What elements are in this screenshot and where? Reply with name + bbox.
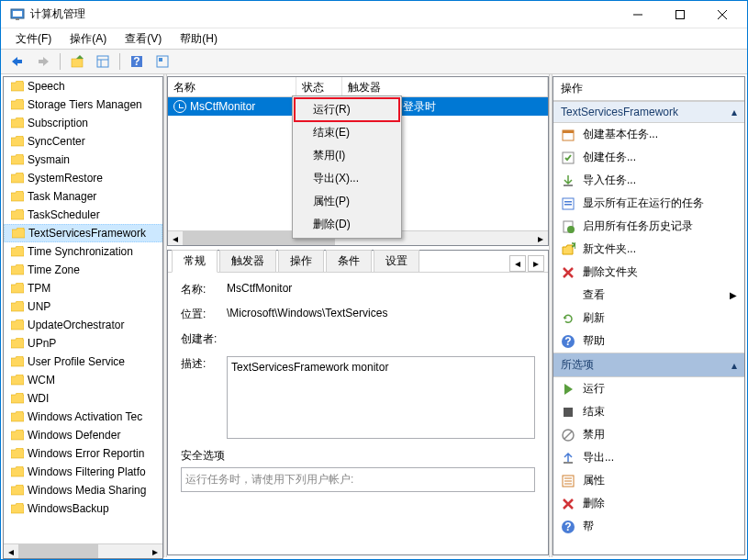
tree-item[interactable]: Storage Tiers Managen (4, 95, 162, 114)
minimize-button[interactable] (617, 1, 659, 28)
window-title: 计算机管理 (30, 6, 617, 22)
col-status[interactable]: 状态 (296, 77, 342, 96)
action-item[interactable]: 删除 (553, 492, 744, 515)
tree-item[interactable]: UpdateOrchestrator (4, 316, 162, 334)
task-icon (173, 100, 186, 113)
menu-help[interactable]: 帮助(H) (173, 29, 225, 49)
tree-item[interactable]: UNP (4, 297, 162, 316)
tree-item[interactable]: Windows Media Sharing (4, 481, 162, 499)
forward-button[interactable] (32, 51, 54, 72)
action-item[interactable]: 运行 (553, 377, 744, 400)
action-label: 查看 (583, 287, 605, 303)
action-label: 启用所有任务历史记录 (583, 218, 693, 234)
action-item[interactable]: 启用所有任务历史记录 (553, 215, 744, 238)
context-menu-item[interactable]: 导出(X)... (295, 167, 399, 190)
tree-hscroll[interactable]: ◂▸ (4, 543, 162, 558)
tree-item[interactable]: Windows Error Reportin (4, 444, 162, 463)
properties-button[interactable] (151, 51, 173, 72)
tree-item[interactable]: Time Synchronization (4, 242, 162, 261)
actions-band-context[interactable]: TextServicesFramework▴ (553, 101, 744, 123)
tree-item[interactable]: WCM (4, 371, 162, 389)
context-menu-item[interactable]: 删除(D) (295, 213, 399, 236)
action-label: 删除 (583, 496, 605, 511)
tree-item[interactable]: Time Zone (4, 261, 162, 279)
context-menu-item[interactable]: 运行(R) (295, 98, 399, 121)
context-menu-item[interactable]: 属性(P) (295, 190, 399, 213)
view-button[interactable] (92, 51, 114, 72)
action-item[interactable]: 导出... (553, 446, 744, 469)
action-item[interactable]: 属性 (553, 469, 744, 492)
tree-item[interactable]: WindowsBackup (4, 499, 162, 518)
col-trigger[interactable]: 触发器 (342, 77, 548, 96)
svg-rect-29 (564, 408, 573, 417)
action-item[interactable]: 结束 (553, 400, 744, 423)
tree-item-label: Task Manager (28, 190, 96, 203)
menu-file[interactable]: 文件(F) (8, 29, 59, 49)
label-name: 名称: (181, 282, 227, 297)
tab-nav-right[interactable]: ▸ (528, 255, 544, 272)
tree-item[interactable]: Windows Activation Tec (4, 408, 162, 426)
col-name[interactable]: 名称 (168, 77, 296, 96)
tree-item-label: Sysmain (28, 153, 70, 166)
svg-rect-4 (676, 10, 685, 18)
tree-item[interactable]: Windows Defender (4, 426, 162, 444)
action-item[interactable]: 创建基本任务... (553, 123, 744, 146)
action-label: 删除文件夹 (583, 264, 638, 280)
chevron-right-icon: ▶ (730, 290, 737, 300)
action-item[interactable]: 删除文件夹 (553, 261, 744, 284)
action-item[interactable]: ✱新文件夹... (553, 238, 744, 261)
svg-text:?: ? (564, 335, 571, 348)
tree-item-label: Windows Error Reportin (28, 447, 144, 460)
tree-item[interactable]: WDI (4, 389, 162, 408)
tree-item[interactable]: Windows Filtering Platfo (4, 463, 162, 481)
tree-item[interactable]: User Profile Service (4, 353, 162, 371)
tree-item[interactable]: Subscription (4, 114, 162, 132)
context-menu-item[interactable]: 结束(E) (295, 121, 399, 144)
tab-general[interactable]: 常规 (172, 250, 218, 273)
tree-item-label: Windows Filtering Platfo (28, 465, 146, 478)
tree-item[interactable]: Task Manager (4, 187, 162, 206)
tree-item[interactable]: SystemRestore (4, 169, 162, 187)
context-menu-item[interactable]: 禁用(I) (295, 144, 399, 167)
action-item[interactable]: ?帮助 (553, 330, 744, 353)
svg-rect-9 (72, 59, 83, 67)
delete-icon (561, 497, 575, 511)
menu-action[interactable]: 操作(A) (62, 29, 114, 49)
maximize-button[interactable] (659, 1, 701, 28)
close-button[interactable] (701, 1, 743, 28)
action-item[interactable]: 查看▶ (553, 284, 744, 307)
tab-actions[interactable]: 操作 (278, 250, 324, 272)
action-item[interactable]: 刷新 (553, 307, 744, 330)
tree-item[interactable]: TextServicesFramework (4, 224, 162, 242)
back-button[interactable] (6, 51, 28, 72)
stop-icon (561, 405, 575, 420)
tree-item[interactable]: Speech (4, 77, 162, 95)
tree-item[interactable]: SyncCenter (4, 132, 162, 151)
action-item[interactable]: 禁用 (553, 423, 744, 446)
value-description[interactable]: TextServicesFramework monitor (227, 356, 535, 439)
tree-item[interactable]: UPnP (4, 334, 162, 353)
action-item[interactable]: ?帮 (553, 515, 744, 538)
tree-item[interactable]: Sysmain (4, 151, 162, 169)
up-button[interactable] (66, 51, 88, 72)
tab-triggers[interactable]: 触发器 (219, 250, 276, 272)
tree-item[interactable]: TPM (4, 279, 162, 297)
export-icon (561, 451, 575, 465)
menu-view[interactable]: 查看(V) (117, 29, 169, 49)
tab-settings[interactable]: 设置 (374, 250, 419, 272)
action-label: 创建任务... (583, 150, 636, 165)
action-item[interactable]: 显示所有正在运行的任务 (553, 192, 744, 215)
task-icon (561, 151, 575, 165)
help-button[interactable]: ? (126, 51, 148, 72)
delete-icon (561, 265, 575, 280)
blank-icon (561, 288, 575, 303)
actions-band-selected[interactable]: 所选项▴ (553, 353, 744, 377)
tab-nav-left[interactable]: ◂ (509, 255, 526, 272)
import-icon (561, 174, 575, 188)
action-item[interactable]: 创建任务... (553, 146, 744, 169)
tab-conditions[interactable]: 条件 (326, 250, 372, 272)
menubar: 文件(F) 操作(A) 查看(V) 帮助(H) (1, 28, 747, 49)
actions-panel: 操作 TextServicesFramework▴ 创建基本任务...创建任务.… (553, 76, 745, 555)
tree-item[interactable]: TaskScheduler (4, 206, 162, 224)
action-item[interactable]: 导入任务... (553, 169, 744, 192)
